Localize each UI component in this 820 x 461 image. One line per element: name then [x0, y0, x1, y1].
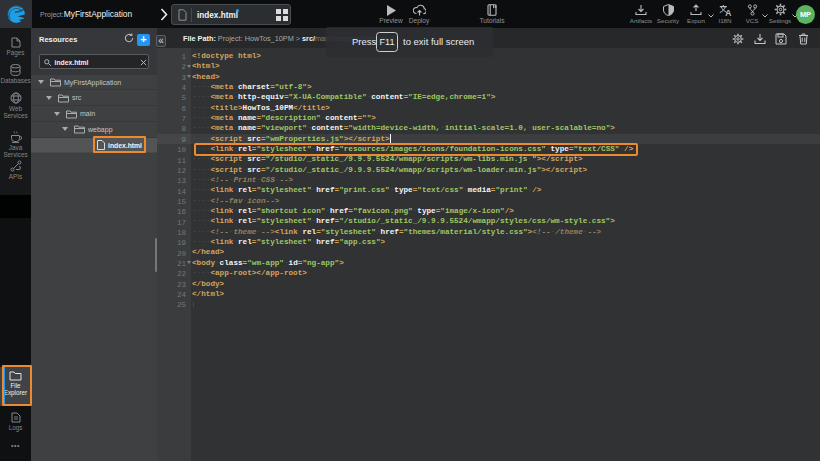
svg-text:A: A: [725, 8, 731, 17]
